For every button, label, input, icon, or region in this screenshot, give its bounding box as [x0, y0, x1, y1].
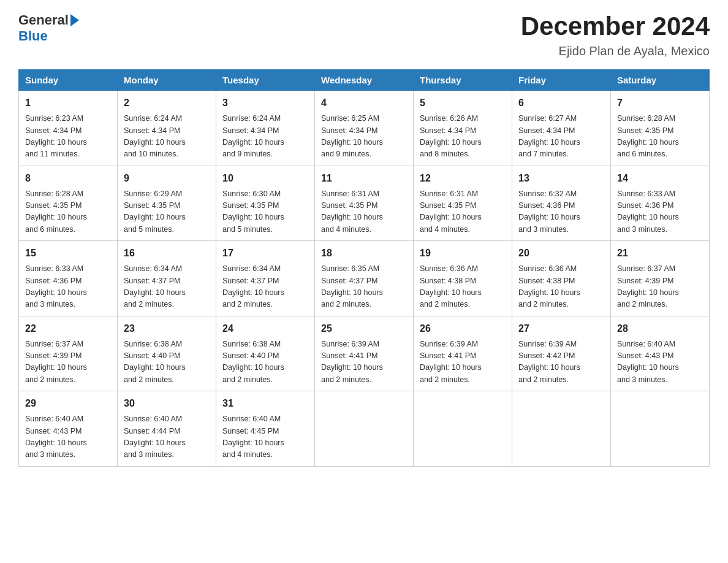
day-number: 7: [617, 96, 703, 110]
day-info: Sunrise: 6:24 AMSunset: 4:34 PMDaylight:…: [124, 113, 210, 161]
day-number: 27: [518, 321, 604, 336]
day-number: 14: [617, 171, 703, 186]
day-info: Sunrise: 6:33 AMSunset: 4:36 PMDaylight:…: [25, 263, 111, 311]
calendar-title: December 2024: [521, 12, 710, 40]
empty-cell: [315, 391, 414, 467]
day-info: Sunrise: 6:36 AMSunset: 4:38 PMDaylight:…: [420, 263, 506, 311]
day-number: 9: [124, 171, 210, 186]
day-info: Sunrise: 6:39 AMSunset: 4:41 PMDaylight:…: [321, 339, 407, 386]
day-info: Sunrise: 6:27 AMSunset: 4:34 PMDaylight:…: [518, 113, 604, 161]
day-number: 11: [321, 171, 407, 186]
day-cell-11: 11Sunrise: 6:31 AMSunset: 4:35 PMDayligh…: [315, 166, 414, 241]
day-number: 5: [420, 96, 506, 110]
day-cell-8: 8Sunrise: 6:28 AMSunset: 4:35 PMDaylight…: [19, 166, 118, 241]
day-info: Sunrise: 6:40 AMSunset: 4:43 PMDaylight:…: [617, 339, 703, 386]
day-number: 24: [222, 321, 308, 336]
day-number: 21: [617, 246, 703, 261]
day-cell-15: 15Sunrise: 6:33 AMSunset: 4:36 PMDayligh…: [19, 241, 118, 316]
day-cell-27: 27Sunrise: 6:39 AMSunset: 4:42 PMDayligh…: [512, 316, 611, 391]
day-info: Sunrise: 6:31 AMSunset: 4:35 PMDaylight:…: [420, 188, 506, 236]
day-number: 23: [124, 321, 210, 336]
day-info: Sunrise: 6:23 AMSunset: 4:34 PMDaylight:…: [25, 113, 111, 161]
day-number: 16: [124, 246, 210, 261]
weekday-header-saturday: Saturday: [611, 70, 710, 91]
day-number: 25: [321, 321, 407, 336]
day-number: 15: [25, 246, 111, 261]
day-info: Sunrise: 6:28 AMSunset: 4:35 PMDaylight:…: [617, 113, 703, 161]
day-cell-3: 3Sunrise: 6:24 AMSunset: 4:34 PMDaylight…: [216, 91, 315, 166]
day-info: Sunrise: 6:37 AMSunset: 4:39 PMDaylight:…: [617, 263, 703, 311]
day-info: Sunrise: 6:34 AMSunset: 4:37 PMDaylight:…: [222, 263, 308, 311]
day-info: Sunrise: 6:26 AMSunset: 4:34 PMDaylight:…: [420, 113, 506, 161]
day-cell-12: 12Sunrise: 6:31 AMSunset: 4:35 PMDayligh…: [414, 166, 512, 241]
day-number: 29: [25, 396, 111, 411]
day-number: 31: [222, 396, 308, 411]
day-info: Sunrise: 6:33 AMSunset: 4:36 PMDaylight:…: [617, 188, 703, 236]
day-cell-16: 16Sunrise: 6:34 AMSunset: 4:37 PMDayligh…: [118, 241, 216, 316]
day-info: Sunrise: 6:39 AMSunset: 4:41 PMDaylight:…: [420, 339, 506, 386]
day-cell-28: 28Sunrise: 6:40 AMSunset: 4:43 PMDayligh…: [611, 316, 710, 391]
day-cell-7: 7Sunrise: 6:28 AMSunset: 4:35 PMDaylight…: [611, 91, 710, 166]
day-info: Sunrise: 6:39 AMSunset: 4:42 PMDaylight:…: [518, 339, 604, 386]
day-cell-9: 9Sunrise: 6:29 AMSunset: 4:35 PMDaylight…: [118, 166, 216, 241]
day-info: Sunrise: 6:28 AMSunset: 4:35 PMDaylight:…: [25, 188, 111, 236]
day-info: Sunrise: 6:40 AMSunset: 4:44 PMDaylight:…: [124, 413, 210, 461]
day-cell-30: 30Sunrise: 6:40 AMSunset: 4:44 PMDayligh…: [118, 391, 216, 467]
title-section: December 2024 Ejido Plan de Ayala, Mexic…: [521, 12, 710, 58]
day-info: Sunrise: 6:38 AMSunset: 4:40 PMDaylight:…: [124, 339, 210, 386]
day-cell-4: 4Sunrise: 6:25 AMSunset: 4:34 PMDaylight…: [315, 91, 414, 166]
weekday-header-thursday: Thursday: [414, 70, 512, 91]
day-cell-6: 6Sunrise: 6:27 AMSunset: 4:34 PMDaylight…: [512, 91, 611, 166]
week-row-4: 22Sunrise: 6:37 AMSunset: 4:39 PMDayligh…: [19, 316, 710, 391]
day-cell-20: 20Sunrise: 6:36 AMSunset: 4:38 PMDayligh…: [512, 241, 611, 316]
day-cell-19: 19Sunrise: 6:36 AMSunset: 4:38 PMDayligh…: [414, 241, 512, 316]
day-number: 13: [518, 171, 604, 186]
weekday-header-wednesday: Wednesday: [315, 70, 414, 91]
day-cell-1: 1Sunrise: 6:23 AMSunset: 4:34 PMDaylight…: [19, 91, 118, 166]
weekday-header-tuesday: Tuesday: [216, 70, 315, 91]
day-number: 18: [321, 246, 407, 261]
day-info: Sunrise: 6:37 AMSunset: 4:39 PMDaylight:…: [25, 339, 111, 386]
logo: General Blue: [18, 12, 79, 44]
day-cell-13: 13Sunrise: 6:32 AMSunset: 4:36 PMDayligh…: [512, 166, 611, 241]
day-cell-23: 23Sunrise: 6:38 AMSunset: 4:40 PMDayligh…: [118, 316, 216, 391]
week-row-1: 1Sunrise: 6:23 AMSunset: 4:34 PMDaylight…: [19, 91, 710, 166]
day-info: Sunrise: 6:35 AMSunset: 4:37 PMDaylight:…: [321, 263, 407, 311]
day-info: Sunrise: 6:29 AMSunset: 4:35 PMDaylight:…: [124, 188, 210, 236]
empty-cell: [512, 391, 611, 467]
day-cell-14: 14Sunrise: 6:33 AMSunset: 4:36 PMDayligh…: [611, 166, 710, 241]
day-number: 17: [222, 246, 308, 261]
day-cell-31: 31Sunrise: 6:40 AMSunset: 4:45 PMDayligh…: [216, 391, 315, 467]
day-number: 26: [420, 321, 506, 336]
calendar-subtitle: Ejido Plan de Ayala, Mexico: [521, 44, 710, 58]
day-cell-18: 18Sunrise: 6:35 AMSunset: 4:37 PMDayligh…: [315, 241, 414, 316]
weekday-header-friday: Friday: [512, 70, 611, 91]
day-cell-25: 25Sunrise: 6:39 AMSunset: 4:41 PMDayligh…: [315, 316, 414, 391]
day-number: 12: [420, 171, 506, 186]
page-header: General Blue December 2024 Ejido Plan de…: [18, 12, 710, 58]
day-cell-2: 2Sunrise: 6:24 AMSunset: 4:34 PMDaylight…: [118, 91, 216, 166]
day-number: 30: [124, 396, 210, 411]
logo-general: General: [18, 12, 69, 28]
week-row-2: 8Sunrise: 6:28 AMSunset: 4:35 PMDaylight…: [19, 166, 710, 241]
weekday-header-row: SundayMondayTuesdayWednesdayThursdayFrid…: [19, 70, 710, 91]
weekday-header-sunday: Sunday: [19, 70, 118, 91]
day-cell-21: 21Sunrise: 6:37 AMSunset: 4:39 PMDayligh…: [611, 241, 710, 316]
day-cell-22: 22Sunrise: 6:37 AMSunset: 4:39 PMDayligh…: [19, 316, 118, 391]
week-row-3: 15Sunrise: 6:33 AMSunset: 4:36 PMDayligh…: [19, 241, 710, 316]
day-info: Sunrise: 6:31 AMSunset: 4:35 PMDaylight:…: [321, 188, 407, 236]
day-number: 2: [124, 96, 210, 110]
day-number: 19: [420, 246, 506, 261]
day-info: Sunrise: 6:24 AMSunset: 4:34 PMDaylight:…: [222, 113, 308, 161]
weekday-header-monday: Monday: [118, 70, 216, 91]
day-number: 1: [25, 96, 111, 110]
logo-arrow-icon: [70, 14, 79, 26]
empty-cell: [414, 391, 512, 467]
day-info: Sunrise: 6:34 AMSunset: 4:37 PMDaylight:…: [124, 263, 210, 311]
day-info: Sunrise: 6:36 AMSunset: 4:38 PMDaylight:…: [518, 263, 604, 311]
day-cell-10: 10Sunrise: 6:30 AMSunset: 4:35 PMDayligh…: [216, 166, 315, 241]
day-number: 10: [222, 171, 308, 186]
day-info: Sunrise: 6:32 AMSunset: 4:36 PMDaylight:…: [518, 188, 604, 236]
day-number: 3: [222, 96, 308, 110]
day-info: Sunrise: 6:40 AMSunset: 4:43 PMDaylight:…: [25, 413, 111, 461]
